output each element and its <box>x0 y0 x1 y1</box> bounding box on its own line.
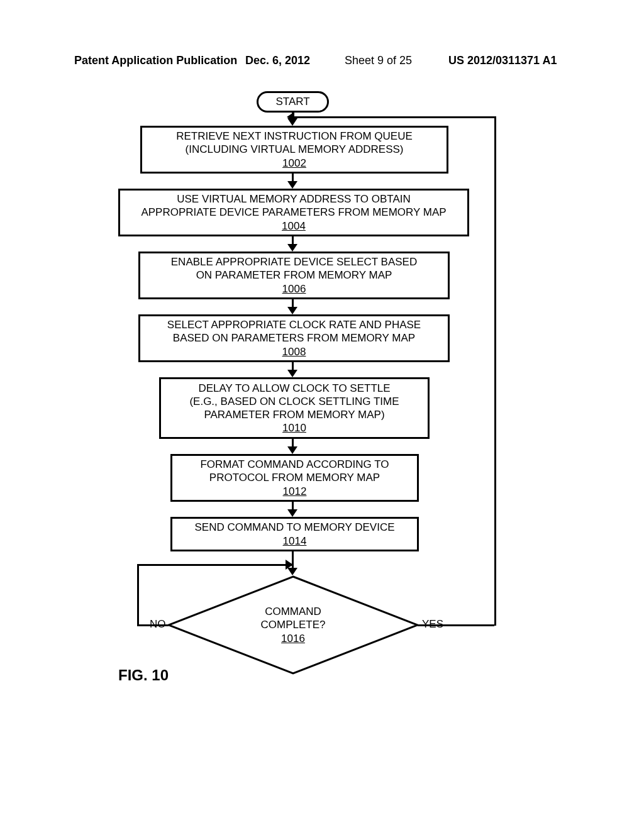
arrow-head-icon <box>287 509 297 517</box>
process-1014: SEND COMMAND TO MEMORY DEVICE 1014 <box>170 517 419 551</box>
ref-num: 1016 <box>281 632 305 645</box>
process-1002: RETRIEVE NEXT INSTRUCTION FROM QUEUE (IN… <box>140 126 448 174</box>
header-pub: US 2012/0311371 A1 <box>448 54 557 67</box>
header-date: Dec. 6, 2012 <box>245 54 310 67</box>
process-1006: ENABLE APPROPRIATE DEVICE SELECT BASED O… <box>138 252 450 299</box>
text-line: COMPLETE? <box>261 618 326 631</box>
text-line: COMMAND <box>265 605 321 618</box>
text-line: FORMAT COMMAND ACCORDING TO <box>200 458 389 471</box>
text-line: PARAMETER FROM MEMORY MAP) <box>204 408 384 421</box>
arrow-head-icon <box>287 244 297 252</box>
text-line: RETRIEVE NEXT INSTRUCTION FROM QUEUE <box>176 130 413 143</box>
no-line-h <box>137 624 169 626</box>
process-1010: DELAY TO ALLOW CLOCK TO SETTLE (E.G., BA… <box>159 377 430 439</box>
ref-num: 1008 <box>282 345 306 358</box>
start-label: START <box>275 96 309 108</box>
no-line-v <box>137 564 139 626</box>
no-loop-top <box>137 564 292 566</box>
header-sheet: Sheet 9 of 25 <box>345 54 412 67</box>
decision-text: COMMAND COMPLETE? 1016 <box>167 575 419 675</box>
process-1004: USE VIRTUAL MEMORY ADDRESS TO OBTAIN APP… <box>118 189 469 236</box>
text-line: SEND COMMAND TO MEMORY DEVICE <box>194 521 394 534</box>
text-line: (INCLUDING VIRTUAL MEMORY ADDRESS) <box>186 143 404 156</box>
arrow-head-icon <box>287 446 297 454</box>
ref-num: 1014 <box>283 534 307 548</box>
process-1008: SELECT APPROPRIATE CLOCK RATE AND PHASE … <box>138 314 450 362</box>
text-line: PROTOCOL FROM MEMORY MAP <box>209 471 380 484</box>
text-line: SELECT APPROPRIATE CLOCK RATE AND PHASE <box>167 318 421 331</box>
yes-line-h <box>418 624 494 626</box>
header-left: Patent Application Publication <box>74 54 237 67</box>
text-line: USE VIRTUAL MEMORY ADDRESS TO OBTAIN <box>177 192 411 206</box>
ref-num: 1010 <box>282 421 306 434</box>
ref-num: 1012 <box>283 485 307 498</box>
decision-1016: COMMAND COMPLETE? 1016 <box>167 575 419 675</box>
ref-num: 1004 <box>282 219 306 233</box>
figure-label: FIG. 10 <box>118 667 169 684</box>
text-line: (E.G., BASED ON CLOCK SETTLING TIME <box>189 395 399 408</box>
arrow-head-icon <box>287 181 297 189</box>
feedback-line-top <box>293 116 496 118</box>
text-line: APPROPRIATE DEVICE PARAMETERS FROM MEMOR… <box>141 206 446 219</box>
arrow-head-icon <box>287 307 297 314</box>
text-line: DELAY TO ALLOW CLOCK TO SETTLE <box>198 382 390 395</box>
text-line: ENABLE APPROPRIATE DEVICE SELECT BASED <box>171 255 417 268</box>
yes-line-v <box>494 116 496 626</box>
arrow-head-icon <box>287 370 297 377</box>
arrow-head-icon <box>286 560 293 570</box>
text-line: BASED ON PARAMETERS FROM MEMORY MAP <box>173 331 415 345</box>
process-1012: FORMAT COMMAND ACCORDING TO PROTOCOL FRO… <box>170 454 419 502</box>
ref-num: 1002 <box>282 157 306 170</box>
start-terminator: START <box>257 91 329 113</box>
arrow-head-icon <box>287 112 294 122</box>
text-line: ON PARAMETER FROM MEMORY MAP <box>196 268 392 282</box>
ref-num: 1006 <box>282 282 306 296</box>
